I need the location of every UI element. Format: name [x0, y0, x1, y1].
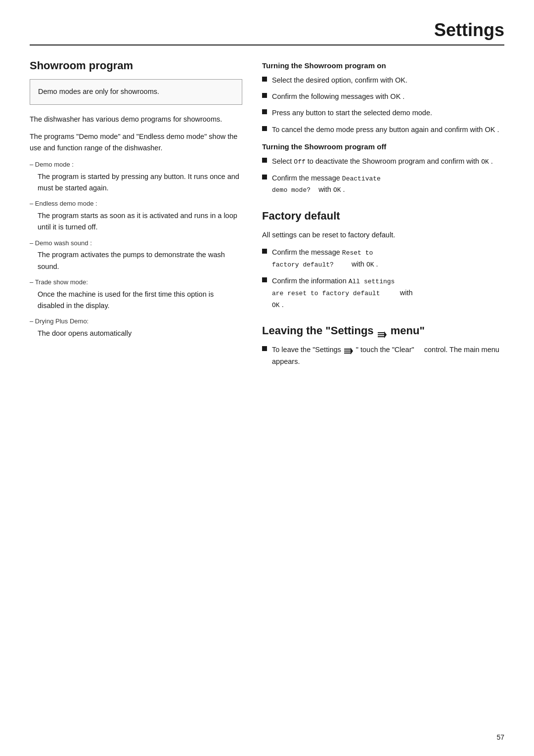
leaving-settings-heading: Leaving the "Settings menu" — [262, 324, 504, 337]
bullet-icon — [262, 277, 267, 282]
info-box: Demo modes are only for showrooms. — [30, 79, 242, 105]
turning-on-item-1: Select the desired option, confirm with … — [272, 75, 407, 86]
leaving-settings-list: To leave the "Settings " touch the "Clea… — [262, 344, 504, 367]
dash-prefix: – — [30, 161, 33, 168]
factory-item-2: Confirm the information All settingsare … — [272, 275, 413, 311]
turning-on-heading: Turning the Showroom program on — [262, 61, 504, 70]
svg-rect-6 — [344, 353, 351, 354]
turning-on-item-4: To cancel the demo mode press any button… — [272, 124, 499, 135]
factory-default-list: Confirm the message Reset tofactory defa… — [262, 247, 504, 311]
svg-rect-1 — [378, 334, 385, 335]
list-item: – Demo wash sound : The program activate… — [30, 238, 242, 272]
bullet-icon — [262, 158, 267, 163]
dash-prefix: – — [30, 317, 33, 325]
bullet-icon — [262, 175, 267, 179]
bullet-icon — [262, 249, 267, 254]
list-item: Confirm the message Reset tofactory defa… — [262, 247, 504, 270]
dash-label-3: – Demo wash sound : — [30, 238, 242, 249]
content-area: Showroom program Demo modes are only for… — [30, 59, 504, 374]
page-number: 57 — [496, 733, 504, 741]
leaving-item-1: To leave the "Settings " touch the "Clea… — [272, 344, 504, 367]
page-container: Settings Showroom program Demo modes are… — [0, 0, 534, 756]
bullet-icon — [262, 346, 267, 351]
turning-on-list: Select the desired option, confirm with … — [262, 75, 504, 135]
dash-prefix: – — [30, 239, 33, 247]
turning-on-item-3: Press any button to start the selected d… — [272, 107, 432, 119]
list-item: To cancel the demo mode press any button… — [262, 124, 504, 135]
dash-text-1: The program is started by pressing any b… — [30, 171, 242, 194]
dash-label-4: – Trade show mode: — [30, 277, 242, 288]
dash-prefix: – — [30, 278, 33, 286]
intro-para-1: The dishwasher has various demo programs… — [30, 114, 242, 125]
page-header: Settings — [30, 20, 504, 41]
settings-inline-icon — [344, 347, 353, 354]
turning-off-heading: Turning the Showroom program off — [262, 142, 504, 151]
factory-item-1: Confirm the message Reset tofactory defa… — [272, 247, 378, 270]
settings-menu-icon — [378, 328, 387, 335]
left-column: Showroom program Demo modes are only for… — [30, 59, 242, 344]
factory-default-heading: Factory default — [262, 210, 504, 222]
list-item: Press any button to start the selected d… — [262, 107, 504, 119]
dash-label-2: – Endless demo mode : — [30, 199, 242, 209]
svg-marker-7 — [351, 348, 353, 355]
list-item: To leave the "Settings " touch the "Clea… — [262, 344, 504, 367]
dash-label-5: – Drying Plus Demo: — [30, 316, 242, 327]
list-item: Confirm the message Deactivatedemo mode?… — [262, 173, 504, 196]
list-item: Select the desired option, confirm with … — [262, 75, 504, 86]
page-title: Settings — [434, 20, 504, 40]
list-item: Confirm the information All settingsare … — [262, 275, 504, 311]
turning-on-section: Turning the Showroom program on Select t… — [262, 61, 504, 135]
svg-rect-2 — [378, 336, 385, 337]
factory-default-section: Factory default All settings can be rese… — [262, 210, 504, 311]
list-item: – Endless demo mode : The program starts… — [30, 199, 242, 233]
dash-items-list: – Demo mode : The program is started by … — [30, 160, 242, 339]
header-rule — [30, 44, 504, 45]
dash-label-1: – Demo mode : — [30, 160, 242, 170]
list-item: Confirm the following messages with OK . — [262, 91, 504, 102]
list-item: – Drying Plus Demo: The door opens autom… — [30, 316, 242, 339]
turning-off-item-1: Select Off to deactivate the Showroom pr… — [272, 156, 493, 168]
svg-rect-0 — [378, 332, 385, 333]
dash-text-2: The program starts as soon as it is acti… — [30, 210, 242, 233]
leaving-settings-section: Leaving the "Settings menu" — [262, 324, 504, 367]
list-item: – Trade show mode: Once the machine is u… — [30, 277, 242, 311]
bullet-icon — [262, 109, 267, 114]
svg-marker-3 — [384, 331, 387, 338]
turning-on-item-2: Confirm the following messages with OK . — [272, 91, 404, 102]
bullet-icon — [262, 93, 267, 98]
list-item: – Demo mode : The program is started by … — [30, 160, 242, 194]
turning-off-item-2: Confirm the message Deactivatedemo mode?… — [272, 173, 381, 196]
right-column: Turning the Showroom program on Select t… — [262, 59, 504, 374]
showroom-program-heading: Showroom program — [30, 59, 242, 72]
info-box-text: Demo modes are only for showrooms. — [38, 87, 234, 97]
bullet-icon — [262, 126, 267, 131]
dash-text-3: The program activates the pumps to demon… — [30, 249, 242, 272]
dash-text-5: The door opens automatically — [30, 328, 242, 339]
dash-prefix: – — [30, 200, 33, 207]
turning-off-list: Select Off to deactivate the Showroom pr… — [262, 156, 504, 196]
turning-off-section: Turning the Showroom program off Select … — [262, 142, 504, 196]
svg-rect-4 — [344, 349, 351, 350]
intro-para-2: The programs "Demo mode" and "Endless de… — [30, 131, 242, 154]
bullet-icon — [262, 77, 267, 82]
factory-default-intro: All settings can be reset to factory def… — [262, 229, 504, 241]
svg-rect-5 — [344, 351, 351, 352]
dash-text-4: Once the machine is used for the first t… — [30, 289, 242, 311]
list-item: Select Off to deactivate the Showroom pr… — [262, 156, 504, 168]
